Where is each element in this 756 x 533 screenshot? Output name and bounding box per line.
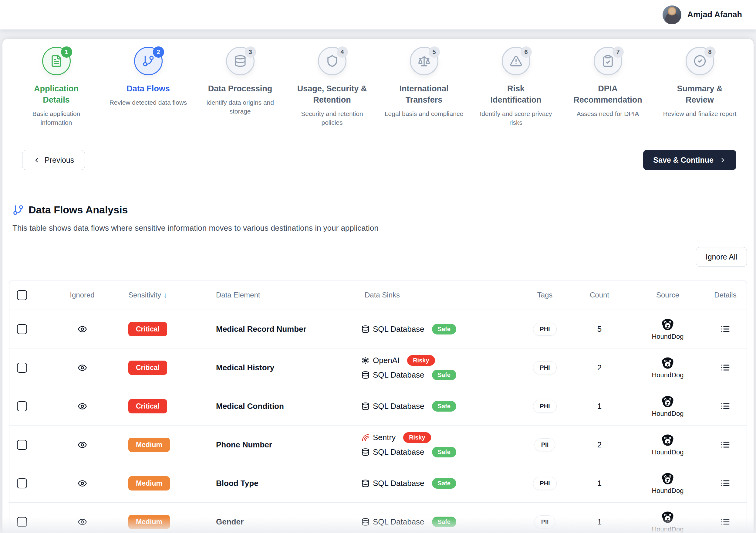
step-number-badge: 3 — [245, 46, 256, 58]
database-icon — [361, 448, 369, 456]
hounddog-icon — [661, 395, 675, 408]
row-checkbox[interactable] — [17, 401, 27, 411]
data-flows-table: IgnoredSensitivity↓Data ElementData Sink… — [9, 280, 747, 533]
openai-icon — [361, 356, 369, 365]
sort-desc-icon: ↓ — [164, 291, 167, 299]
column-header-data-sinks[interactable]: Data Sinks — [364, 291, 400, 299]
list-icon — [720, 517, 730, 527]
source: HoundDog — [652, 510, 684, 533]
sink-status-badge: Safe — [432, 324, 456, 334]
stepper-step-8[interactable]: 8 Summary & Review Review and finalize r… — [654, 47, 746, 118]
source-label: HoundDog — [652, 448, 684, 456]
ignore-toggle[interactable] — [78, 324, 87, 334]
stepper-step-1[interactable]: 1 Application Details Basic application … — [10, 47, 102, 127]
user-avatar[interactable] — [662, 6, 681, 24]
sensitivity-badge: Medium — [128, 438, 170, 452]
ignore-toggle[interactable] — [78, 517, 87, 527]
details-button[interactable] — [720, 478, 730, 488]
step-title: Risk Identification — [481, 83, 551, 106]
details-button[interactable] — [720, 401, 730, 411]
step-circle: 4 — [318, 47, 346, 75]
select-all-checkbox[interactable] — [17, 290, 27, 300]
source: HoundDog — [652, 433, 684, 456]
details-button[interactable] — [720, 517, 730, 527]
stepper-step-2[interactable]: 2 Data Flows Review detected data flows — [102, 47, 194, 107]
shield-icon — [326, 55, 338, 68]
tag-badge: PII — [534, 516, 555, 528]
previous-button-label: Previous — [44, 156, 74, 164]
source-label: HoundDog — [652, 371, 684, 379]
scale-icon — [418, 55, 430, 68]
chevron-left-icon — [33, 156, 40, 164]
topbar: Amjad Afanah — [0, 0, 756, 29]
stepper-step-7[interactable]: 7 DPIA Recommendation Assess need for DP… — [562, 47, 654, 118]
count-value: 1 — [597, 402, 602, 411]
data-sinks: SQL Database Safe — [361, 324, 456, 334]
table-row: Critical Medical Record Number SQL Datab… — [10, 310, 746, 348]
step-subtitle: Security and retention policies — [292, 109, 372, 127]
tag-badge: PHI — [533, 400, 556, 413]
table-row: Medium Phone Number Sentry Risky SQL Dat… — [10, 425, 746, 464]
source-label: HoundDog — [652, 410, 684, 418]
database-icon — [361, 479, 369, 488]
column-header-count[interactable]: Count — [590, 291, 609, 299]
list-icon — [720, 324, 730, 334]
details-button[interactable] — [720, 324, 730, 334]
details-button[interactable] — [720, 440, 730, 450]
database-icon — [361, 518, 369, 526]
ignore-all-button[interactable]: Ignore All — [696, 247, 747, 267]
column-header-sensitivity[interactable]: Sensitivity — [128, 291, 161, 299]
source-label: HoundDog — [652, 487, 684, 495]
row-checkbox[interactable] — [17, 517, 27, 527]
step-subtitle: Review and finalize report — [663, 109, 737, 118]
details-button[interactable] — [720, 363, 730, 373]
eye-icon — [78, 402, 87, 411]
column-header-data-element[interactable]: Data Element — [216, 291, 260, 299]
step-title: International Transfers — [389, 83, 459, 106]
sink-status-badge: Safe — [432, 401, 456, 411]
ignore-toggle[interactable] — [78, 363, 87, 373]
list-icon — [720, 440, 730, 450]
data-sinks: OpenAI Risky SQL Database Safe — [361, 355, 456, 380]
ignore-toggle[interactable] — [78, 479, 87, 488]
step-circle: 5 — [410, 47, 438, 75]
step-circle: 6 — [502, 47, 530, 75]
stepper-step-5[interactable]: 5 International Transfers Legal basis an… — [378, 47, 470, 118]
step-subtitle: Identify and score privacy risks — [476, 109, 556, 127]
stepper-step-4[interactable]: 4 Usage, Security & Retention Security a… — [286, 47, 378, 127]
step-subtitle: Review detected data flows — [110, 98, 187, 107]
row-checkbox[interactable] — [17, 363, 27, 373]
data-sink: OpenAI Risky — [361, 355, 456, 366]
hounddog-icon — [661, 510, 675, 524]
row-checkbox[interactable] — [17, 440, 27, 450]
ignore-toggle[interactable] — [78, 440, 87, 450]
user-name[interactable]: Amjad Afanah — [687, 10, 742, 19]
table-toolbar: Ignore All — [9, 247, 747, 267]
column-header-ignored[interactable]: Ignored — [70, 291, 94, 299]
save-continue-button[interactable]: Save & Continue — [643, 150, 736, 170]
column-header-tags[interactable]: Tags — [537, 291, 553, 299]
table-header-row: IgnoredSensitivity↓Data ElementData Sink… — [10, 280, 746, 310]
data-sink: SQL Database Safe — [361, 370, 456, 380]
column-header-details[interactable]: Details — [714, 291, 736, 299]
stepper-step-3[interactable]: 3 Data Processing Identify data origins … — [194, 47, 286, 116]
ignore-toggle[interactable] — [78, 402, 87, 411]
step-number-badge: 6 — [521, 46, 532, 58]
stepper-step-6[interactable]: 6 Risk Identification Identify and score… — [470, 47, 562, 127]
step-title: DPIA Recommendation — [573, 83, 643, 106]
source: HoundDog — [652, 472, 684, 495]
source-label: HoundDog — [652, 333, 684, 341]
row-checkbox[interactable] — [17, 478, 27, 489]
database-icon — [234, 55, 247, 68]
page-description: This table shows data flows where sensit… — [13, 223, 754, 233]
sink-status-badge: Safe — [432, 478, 456, 489]
column-header-source[interactable]: Source — [656, 291, 679, 299]
step-circle: 1 — [42, 47, 71, 75]
previous-button[interactable]: Previous — [22, 150, 85, 170]
data-sink: SQL Database Safe — [361, 447, 456, 458]
row-checkbox[interactable] — [17, 324, 27, 334]
source-label: HoundDog — [652, 525, 684, 533]
git-branch-icon — [142, 55, 155, 68]
source: HoundDog — [652, 356, 684, 379]
eye-icon — [78, 363, 87, 373]
